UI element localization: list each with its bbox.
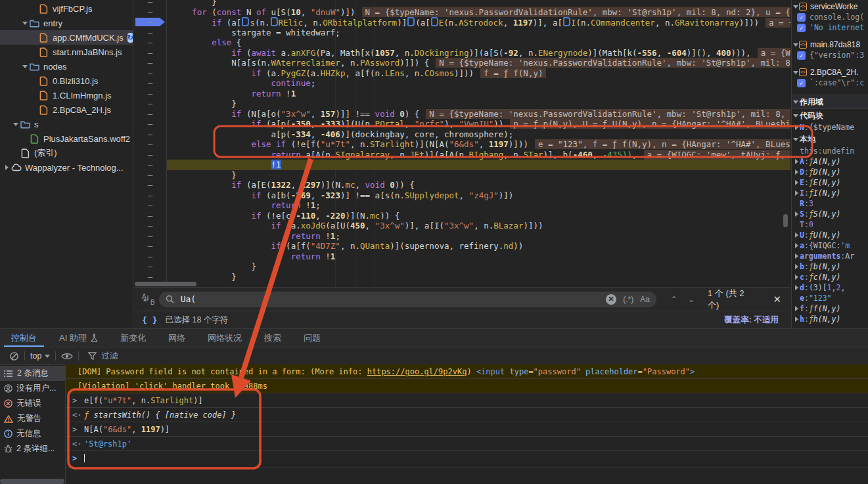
code-line[interactable]: – return !1 bbox=[134, 252, 790, 262]
search-input[interactable] bbox=[179, 294, 606, 305]
code-line[interactable]: – return !1; bbox=[134, 231, 790, 242]
gutter-cell[interactable]: – bbox=[134, 28, 167, 38]
console-sidebar-item[interactable]: 无错误 bbox=[0, 396, 65, 411]
code-line[interactable]: – if (a[p(-350, -333)](U(n.POrtal, "nrfr… bbox=[134, 119, 790, 129]
gutter-cell[interactable]: – bbox=[134, 180, 167, 190]
sidebar-horizontal-scrollbar[interactable] bbox=[0, 479, 64, 484]
replace-toggle-icon[interactable]: AB bbox=[141, 293, 155, 306]
scope-variable-row[interactable]: N: {$typeName bbox=[792, 122, 868, 133]
code-line[interactable]: – continue; bbox=[134, 78, 790, 89]
code-line[interactable]: – if (a[b(-369, -323)] !== a[s(n.SUpplyd… bbox=[134, 190, 790, 201]
code-line[interactable]: – else if (!e[f("u*7t", n.STarlight)](N[… bbox=[134, 139, 790, 150]
gutter-cell[interactable]: – bbox=[134, 48, 167, 58]
gutter-cell[interactable]: – bbox=[134, 160, 167, 170]
breakpoint-file-row[interactable]: <>2.BpC8A_2H. bbox=[792, 67, 868, 77]
disclosure-right-icon[interactable] bbox=[3, 165, 11, 170]
file-tree-item-1-climhmgn-js[interactable]: 1.CLImHmgn.js bbox=[0, 88, 133, 102]
breakpoint-entry[interactable]: ✓'No internet bbox=[792, 22, 868, 33]
previous-match-button[interactable]: ⌃ bbox=[671, 295, 677, 304]
gutter-cell[interactable]: – bbox=[134, 78, 167, 89]
breakpoint-entry[interactable]: ✓{"version":3 bbox=[792, 50, 868, 60]
gutter-cell[interactable]: – bbox=[134, 99, 167, 109]
scope-variable-row[interactable]: I: ƒ I(N,y) bbox=[792, 188, 868, 198]
gutter-cell[interactable]: – bbox=[134, 170, 167, 181]
scope-variable-row[interactable]: E: ƒ E(N,y) bbox=[792, 177, 868, 188]
code-line[interactable]: – if (!e[c(-110, -220)](N.mc)) { bbox=[134, 211, 790, 221]
tab-控制台[interactable]: 控制台 bbox=[0, 329, 48, 347]
file-tree-item--[interactable]: (索引) bbox=[0, 146, 133, 160]
editor-vertical-scrollbar[interactable] bbox=[783, 214, 788, 227]
code-line[interactable]: – for (const N of u[S(10, "dnuW")])N = {… bbox=[134, 7, 790, 18]
gutter-cell[interactable]: – bbox=[134, 139, 167, 150]
code-line[interactable]: – if (a[f("4D7Z", n.QUanta)](supernova, … bbox=[134, 241, 790, 252]
console-link[interactable]: https://goo.gl/9p2vKq bbox=[367, 367, 467, 376]
scope-variable-row[interactable]: b: ƒ b(N,y) bbox=[792, 261, 868, 272]
disclosure-down-icon[interactable] bbox=[21, 65, 29, 68]
scope-variable-row[interactable]: U: ƒ U(N,y) bbox=[792, 230, 868, 240]
breakpoint-file-row[interactable]: <>main.87da818 bbox=[792, 39, 868, 50]
code-line[interactable]: – } bbox=[134, 272, 790, 282]
gutter-cell[interactable]: – bbox=[134, 211, 167, 221]
scope-variable-row[interactable]: this: undefin bbox=[792, 146, 868, 156]
gutter-cell[interactable]: – bbox=[134, 89, 167, 99]
code-line[interactable]: – if (N[a[o("3x^w", 157)]] !== void 0) {… bbox=[134, 109, 790, 120]
regex-toggle[interactable]: (.*) bbox=[623, 295, 633, 304]
code-lines[interactable]: – }– for (const N of u[S(10, "dnuW")])N … bbox=[134, 0, 790, 282]
context-selector[interactable]: top bbox=[30, 351, 50, 361]
tab-搜索[interactable]: 搜索 bbox=[253, 329, 292, 347]
breakpoint-checkbox[interactable]: ✓ bbox=[797, 13, 806, 22]
scope-variable-row[interactable]: h: ƒ h(N,y) bbox=[792, 314, 868, 324]
editor-horizontal-scrollbar[interactable] bbox=[134, 281, 790, 287]
breakpoint-entry[interactable]: ✓console.log( bbox=[792, 12, 868, 22]
console-filter-input[interactable]: 过滤 bbox=[101, 351, 118, 362]
file-tree-item-nodes[interactable]: nodes bbox=[0, 59, 133, 74]
file-tree-item-2-bpc8a-2h-js[interactable]: 2.BpC8A_2H.js bbox=[0, 102, 133, 117]
tab-网络[interactable]: 网络 bbox=[157, 329, 196, 347]
gutter-cell[interactable]: – bbox=[134, 261, 167, 272]
scope-variable-row[interactable]: A: ƒ A(N,y) bbox=[792, 156, 868, 167]
source-editor[interactable]: – }– for (const N of u[S(10, "dnuW")])N … bbox=[134, 0, 790, 328]
clear-search-icon[interactable]: ✕ bbox=[606, 294, 616, 305]
code-line[interactable]: – stargate = whitedwarf; bbox=[134, 28, 790, 38]
code-line[interactable]: – N[a[s(n.WAterreclaimer, n.PAssword)]])… bbox=[134, 58, 790, 68]
scope-variable-row[interactable]: c: ƒ c(N,y) bbox=[792, 272, 868, 282]
gutter-cell[interactable]: – bbox=[134, 37, 167, 48]
console-sidebar-item[interactable]: 2 条消息 bbox=[0, 366, 65, 381]
code-line[interactable]: – } bbox=[134, 99, 790, 109]
code-line[interactable]: – if (a[E(1322, 1297)](N.mc, void 0)) { bbox=[134, 180, 790, 190]
file-tree-item-0-blzli310-js[interactable]: 0.Blzli310.js bbox=[0, 74, 133, 88]
gutter-cell[interactable]: – bbox=[134, 119, 167, 129]
code-line[interactable]: – return a[A(n.SIgnalarray, n.JEt)](a[A(… bbox=[134, 150, 790, 160]
console-prompt[interactable]: > bbox=[66, 451, 868, 468]
breakpoint-checkbox[interactable]: ✓ bbox=[797, 51, 806, 60]
file-tree-item-plusjakartasans-woff2[interactable]: PlusJakartaSans.woff2 bbox=[0, 131, 133, 146]
scope-variable-row[interactable]: e: "123" bbox=[792, 293, 868, 303]
code-line[interactable]: – if (a.PygGZ(a.HHZkp, a[f(n.LEns, n.COs… bbox=[134, 68, 790, 79]
scope-variable-row[interactable]: S: ƒ S(N,y) bbox=[792, 209, 868, 219]
tab-网络状况[interactable]: 网络状况 bbox=[196, 329, 253, 347]
code-line[interactable]: – !1 bbox=[134, 160, 790, 170]
file-tree-item-s[interactable]: s bbox=[0, 117, 133, 131]
disclosure-down-icon[interactable] bbox=[21, 22, 29, 25]
code-line[interactable]: – a[p(-334, -406)](dockingbay, core, chr… bbox=[134, 129, 790, 140]
breakpoint-file-row[interactable]: <>serviceWorke bbox=[792, 1, 868, 12]
code-line[interactable]: – } bbox=[134, 170, 790, 181]
console-sidebar-item[interactable]: 没有用户... bbox=[0, 381, 65, 396]
gutter-cell[interactable]: – bbox=[134, 252, 167, 262]
breakpoint-entry[interactable]: ✓`:case"\r":c bbox=[792, 77, 868, 88]
scope-variable-row[interactable]: D: ƒ D(N,y) bbox=[792, 167, 868, 177]
scope-variable-row[interactable]: d: (3) [1, 2, bbox=[792, 282, 868, 293]
gutter-cell[interactable]: – bbox=[134, 7, 167, 18]
search-field[interactable]: ✕ (.*) Aa bbox=[159, 292, 656, 307]
file-tree-item-app-cmfmduck-js[interactable]: app.CMfMdUCK.js↻ bbox=[0, 30, 133, 45]
gutter-cell[interactable]: – bbox=[134, 150, 167, 160]
live-expression-eye-icon[interactable] bbox=[61, 352, 73, 361]
gutter-cell[interactable]: – bbox=[134, 17, 167, 28]
tab-问题[interactable]: 问题 bbox=[292, 329, 332, 347]
gutter-cell[interactable]: – bbox=[134, 272, 167, 282]
console-sidebar-item[interactable]: 无警告 bbox=[0, 411, 65, 426]
tab-新变化[interactable]: 新变化 bbox=[109, 329, 157, 347]
file-tree-item-vijffbcp-js[interactable]: vijfFbCP.js bbox=[0, 1, 133, 16]
close-search-icon[interactable]: ✕ bbox=[773, 294, 781, 305]
code-line[interactable]: – if (a[s(n.RElic, n.ORbitalplatform)](a… bbox=[134, 17, 790, 28]
